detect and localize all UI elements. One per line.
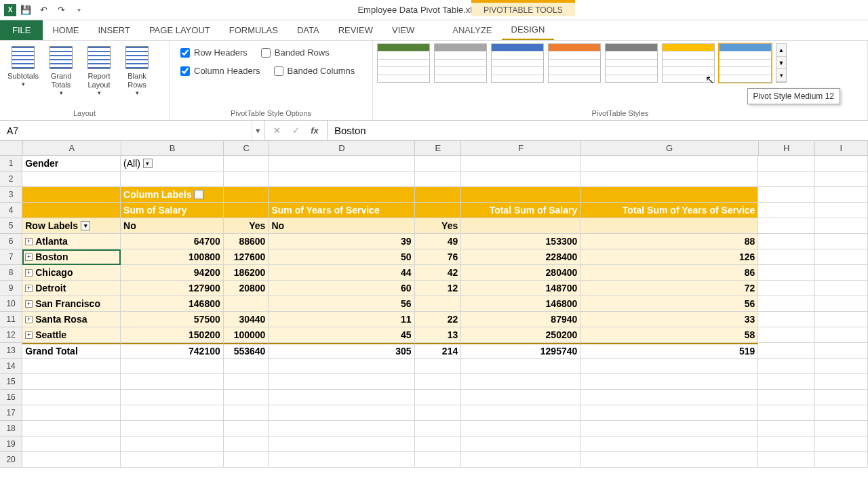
cell[interactable] (758, 343, 814, 359)
cell[interactable] (415, 405, 462, 421)
cell[interactable]: 72 (580, 281, 758, 296)
cell[interactable]: 250200 (461, 327, 580, 343)
row-header-5[interactable]: 5 (0, 218, 22, 234)
cell[interactable] (461, 374, 580, 390)
report-layout-button[interactable]: Report Layout▾ (80, 43, 118, 100)
cell[interactable] (758, 359, 814, 374)
cell[interactable] (269, 405, 414, 421)
col-header-C[interactable]: C (224, 141, 269, 156)
cell[interactable] (269, 156, 414, 171)
tab-analyze[interactable]: ANALYZE (443, 20, 501, 40)
cell[interactable] (815, 312, 868, 327)
banded-columns-checkbox[interactable]: Banded Columns (267, 62, 362, 80)
cell[interactable] (758, 327, 814, 343)
cell[interactable] (224, 156, 269, 171)
banded-rows-checkbox[interactable]: Banded Rows (254, 43, 336, 62)
row-header-14[interactable]: 14 (0, 359, 22, 374)
cell[interactable]: 88600 (224, 234, 269, 249)
cell[interactable] (121, 405, 224, 421)
cell[interactable] (580, 218, 758, 234)
cell[interactable] (461, 436, 580, 452)
cell[interactable] (22, 359, 121, 374)
cell[interactable]: 45 (269, 327, 414, 343)
cell[interactable] (22, 187, 121, 203)
cell[interactable] (461, 405, 580, 421)
cell[interactable] (580, 171, 758, 187)
cell[interactable] (121, 171, 224, 187)
cell[interactable] (461, 218, 580, 234)
cell[interactable]: 56 (580, 296, 758, 312)
cell[interactable] (815, 187, 868, 203)
cell[interactable]: No (121, 218, 224, 234)
cell[interactable] (121, 390, 224, 405)
cell[interactable] (461, 187, 580, 203)
row-labels-dropdown-icon[interactable]: ▾ (81, 221, 90, 230)
cell[interactable]: Gender (22, 156, 121, 171)
cell[interactable] (758, 312, 814, 327)
cell[interactable] (461, 421, 580, 436)
style-thumb-4[interactable] (605, 43, 658, 83)
cell[interactable] (580, 390, 758, 405)
cell[interactable] (22, 436, 121, 452)
row-header-2[interactable]: 2 (0, 171, 22, 187)
cell[interactable] (580, 359, 758, 374)
cell[interactable]: +Atlanta (22, 234, 121, 249)
row-header-18[interactable]: 18 (0, 421, 22, 436)
cell[interactable] (415, 156, 462, 171)
tab-insert[interactable]: INSERT (88, 20, 139, 40)
cell[interactable] (224, 405, 269, 421)
cell[interactable]: 58 (580, 327, 758, 343)
cell[interactable] (815, 436, 868, 452)
cell[interactable] (22, 374, 121, 390)
cell[interactable]: 146800 (121, 296, 224, 312)
cell[interactable] (758, 265, 814, 281)
row-header-11[interactable]: 11 (0, 312, 22, 327)
enter-icon[interactable]: ✓ (288, 123, 304, 139)
cell[interactable] (121, 436, 224, 452)
cell[interactable] (121, 374, 224, 390)
cell[interactable]: +Seattle (22, 327, 121, 343)
row-header-16[interactable]: 16 (0, 390, 22, 405)
tab-file[interactable]: FILE (0, 20, 43, 40)
style-thumb-5[interactable] (662, 43, 715, 83)
expand-icon[interactable]: + (25, 253, 33, 261)
cell[interactable]: 33 (580, 312, 758, 327)
cell[interactable] (580, 452, 758, 468)
cell[interactable] (815, 249, 868, 265)
cell[interactable]: Sum of Salary (121, 203, 224, 218)
redo-icon[interactable]: ↷ (53, 2, 69, 18)
cell[interactable] (815, 281, 868, 296)
cell[interactable]: +Santa Rosa (22, 312, 121, 327)
cell[interactable]: 519 (580, 343, 758, 359)
cell[interactable] (224, 359, 269, 374)
cell[interactable]: 153300 (461, 234, 580, 249)
cell[interactable] (815, 156, 868, 171)
cell[interactable] (269, 436, 414, 452)
subtotals-button[interactable]: Subtotals▾ (4, 43, 42, 91)
cell[interactable]: 87940 (461, 312, 580, 327)
cell[interactable] (224, 171, 269, 187)
row-header-19[interactable]: 19 (0, 436, 22, 452)
col-header-G[interactable]: G (581, 141, 759, 156)
cell[interactable] (121, 359, 224, 374)
row-header-10[interactable]: 10 (0, 296, 22, 312)
cell[interactable] (121, 452, 224, 468)
cell[interactable] (815, 327, 868, 343)
cell[interactable]: 1295740 (461, 343, 580, 359)
cell[interactable] (224, 187, 269, 203)
cell[interactable]: 13 (415, 327, 462, 343)
tab-review[interactable]: REVIEW (329, 20, 382, 40)
cell[interactable] (22, 405, 121, 421)
cell[interactable] (22, 452, 121, 468)
cell[interactable] (580, 436, 758, 452)
cell[interactable] (121, 421, 224, 436)
blank-rows-button[interactable]: Blank Rows▾ (118, 43, 156, 100)
cell[interactable] (580, 421, 758, 436)
cell[interactable]: 86 (580, 265, 758, 281)
row-header-12[interactable]: 12 (0, 327, 22, 343)
cell[interactable]: +San Francisco (22, 296, 121, 312)
cell[interactable] (269, 390, 414, 405)
cell[interactable]: Row Labels▾ (22, 218, 121, 234)
cell[interactable]: 280400 (461, 265, 580, 281)
cancel-icon[interactable]: ✕ (269, 123, 285, 139)
